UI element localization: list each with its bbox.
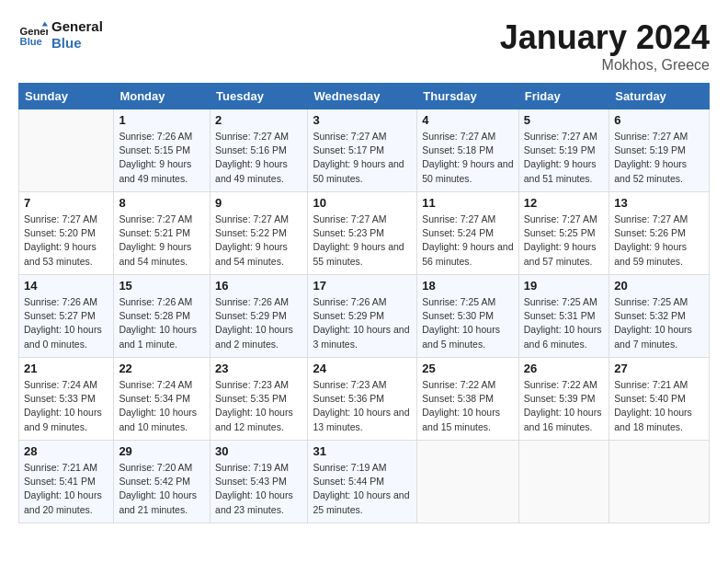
day-number: 24 [313,362,412,375]
cell-info: Sunrise: 7:27 AMSunset: 5:22 PMDaylight:… [215,213,302,269]
calendar-cell: 14 Sunrise: 7:26 AMSunset: 5:27 PMDaylig… [19,275,114,358]
day-number: 30 [215,444,302,458]
calendar-cell: 3 Sunrise: 7:27 AMSunset: 5:17 PMDayligh… [308,109,417,192]
calendar-cell: 27 Sunrise: 7:21 AMSunset: 5:40 PMDaylig… [609,358,710,441]
cell-info: Sunrise: 7:23 AMSunset: 5:36 PMDaylight:… [313,378,412,434]
calendar-cell: 17 Sunrise: 7:26 AMSunset: 5:29 PMDaylig… [308,275,417,358]
title-block: January 2024 Mokhos, Greece [500,18,710,74]
cell-info: Sunrise: 7:26 AMSunset: 5:27 PMDaylight:… [24,295,108,351]
day-number: 11 [422,196,514,210]
cell-info: Sunrise: 7:27 AMSunset: 5:20 PMDaylight:… [24,213,108,269]
day-number: 27 [614,362,704,375]
calendar-cell: 5 Sunrise: 7:27 AMSunset: 5:19 PMDayligh… [518,109,609,192]
calendar-header: SundayMondayTuesdayWednesdayThursdayFrid… [19,84,710,109]
cell-info: Sunrise: 7:25 AMSunset: 5:30 PMDaylight:… [422,295,514,351]
calendar-cell: 16 Sunrise: 7:26 AMSunset: 5:29 PMDaylig… [210,275,308,358]
calendar-cell: 6 Sunrise: 7:27 AMSunset: 5:19 PMDayligh… [609,109,710,192]
day-number: 20 [614,279,704,293]
cell-info: Sunrise: 7:27 AMSunset: 5:24 PMDaylight:… [422,213,514,269]
calendar-cell: 26 Sunrise: 7:22 AMSunset: 5:39 PMDaylig… [518,358,609,441]
calendar-cell: 8 Sunrise: 7:27 AMSunset: 5:21 PMDayligh… [114,192,210,275]
day-number: 18 [422,279,514,293]
calendar-cell: 18 Sunrise: 7:25 AMSunset: 5:30 PMDaylig… [417,275,519,358]
calendar-cell: 9 Sunrise: 7:27 AMSunset: 5:22 PMDayligh… [210,192,308,275]
calendar-table: SundayMondayTuesdayWednesdayThursdayFrid… [18,83,710,523]
month-title: January 2024 [500,18,710,57]
day-number: 4 [422,113,514,127]
calendar-cell: 22 Sunrise: 7:24 AMSunset: 5:34 PMDaylig… [114,358,210,441]
cell-info: Sunrise: 7:19 AMSunset: 5:44 PMDaylight:… [313,461,412,517]
location: Mokhos, Greece [500,57,710,74]
calendar-cell: 25 Sunrise: 7:22 AMSunset: 5:38 PMDaylig… [417,358,519,441]
day-number: 26 [524,362,604,375]
cell-info: Sunrise: 7:25 AMSunset: 5:32 PMDaylight:… [614,295,704,351]
cell-info: Sunrise: 7:27 AMSunset: 5:17 PMDaylight:… [313,130,412,186]
day-number: 6 [614,113,704,127]
day-number: 22 [119,362,205,375]
calendar-week-5: 28 Sunrise: 7:21 AMSunset: 5:41 PMDaylig… [19,441,710,523]
cell-info: Sunrise: 7:24 AMSunset: 5:33 PMDaylight:… [24,378,108,434]
weekday-header-row: SundayMondayTuesdayWednesdayThursdayFrid… [19,84,710,109]
cell-info: Sunrise: 7:27 AMSunset: 5:21 PMDaylight:… [119,213,205,269]
calendar-cell: 7 Sunrise: 7:27 AMSunset: 5:20 PMDayligh… [19,192,114,275]
day-number: 5 [524,113,604,127]
cell-info: Sunrise: 7:26 AMSunset: 5:29 PMDaylight:… [215,295,302,351]
cell-info: Sunrise: 7:26 AMSunset: 5:29 PMDaylight:… [313,295,412,351]
cell-info: Sunrise: 7:23 AMSunset: 5:35 PMDaylight:… [215,378,302,434]
day-number: 28 [24,444,108,458]
cell-info: Sunrise: 7:27 AMSunset: 5:19 PMDaylight:… [524,130,604,186]
calendar-cell [19,109,114,192]
day-number: 2 [215,113,302,127]
weekday-header-friday: Friday [518,84,609,109]
calendar-week-4: 21 Sunrise: 7:24 AMSunset: 5:33 PMDaylig… [19,358,710,441]
calendar-cell: 4 Sunrise: 7:27 AMSunset: 5:18 PMDayligh… [417,109,519,192]
calendar-cell: 28 Sunrise: 7:21 AMSunset: 5:41 PMDaylig… [19,441,114,523]
weekday-header-saturday: Saturday [609,84,710,109]
calendar-cell: 13 Sunrise: 7:27 AMSunset: 5:26 PMDaylig… [609,192,710,275]
cell-info: Sunrise: 7:21 AMSunset: 5:41 PMDaylight:… [24,461,108,517]
cell-info: Sunrise: 7:20 AMSunset: 5:42 PMDaylight:… [119,461,205,517]
cell-info: Sunrise: 7:25 AMSunset: 5:31 PMDaylight:… [524,295,604,351]
calendar-cell: 30 Sunrise: 7:19 AMSunset: 5:43 PMDaylig… [210,441,308,523]
calendar-week-2: 7 Sunrise: 7:27 AMSunset: 5:20 PMDayligh… [19,192,710,275]
calendar-cell [609,441,710,523]
cell-info: Sunrise: 7:24 AMSunset: 5:34 PMDaylight:… [119,378,205,434]
cell-info: Sunrise: 7:21 AMSunset: 5:40 PMDaylight:… [614,378,704,434]
day-number: 23 [215,362,302,375]
weekday-header-monday: Monday [114,84,210,109]
day-number: 29 [119,444,205,458]
calendar-body: 1 Sunrise: 7:26 AMSunset: 5:15 PMDayligh… [19,109,710,523]
day-number: 8 [119,196,205,210]
day-number: 3 [313,113,412,127]
logo-icon: General Blue [18,20,48,50]
day-number: 31 [313,444,412,458]
logo-line2: Blue [51,35,103,52]
cell-info: Sunrise: 7:27 AMSunset: 5:26 PMDaylight:… [614,213,704,269]
cell-info: Sunrise: 7:27 AMSunset: 5:23 PMDaylight:… [313,213,412,269]
day-number: 15 [119,279,205,293]
logo-line1: General [51,18,103,35]
cell-info: Sunrise: 7:22 AMSunset: 5:39 PMDaylight:… [524,378,604,434]
cell-info: Sunrise: 7:26 AMSunset: 5:28 PMDaylight:… [119,295,205,351]
calendar-cell: 29 Sunrise: 7:20 AMSunset: 5:42 PMDaylig… [114,441,210,523]
calendar-cell [417,441,519,523]
weekday-header-tuesday: Tuesday [210,84,308,109]
day-number: 12 [524,196,604,210]
day-number: 17 [313,279,412,293]
day-number: 13 [614,196,704,210]
day-number: 19 [524,279,604,293]
calendar-cell [518,441,609,523]
calendar-cell: 21 Sunrise: 7:24 AMSunset: 5:33 PMDaylig… [19,358,114,441]
calendar-cell: 1 Sunrise: 7:26 AMSunset: 5:15 PMDayligh… [114,109,210,192]
weekday-header-thursday: Thursday [417,84,519,109]
day-number: 16 [215,279,302,293]
calendar-cell: 10 Sunrise: 7:27 AMSunset: 5:23 PMDaylig… [308,192,417,275]
calendar-cell: 2 Sunrise: 7:27 AMSunset: 5:16 PMDayligh… [210,109,308,192]
logo: General Blue General Blue [18,18,103,52]
svg-text:General: General [20,26,48,37]
day-number: 21 [24,362,108,375]
day-number: 1 [119,113,205,127]
day-number: 25 [422,362,514,375]
cell-info: Sunrise: 7:27 AMSunset: 5:16 PMDaylight:… [215,130,302,186]
calendar-week-1: 1 Sunrise: 7:26 AMSunset: 5:15 PMDayligh… [19,109,710,192]
